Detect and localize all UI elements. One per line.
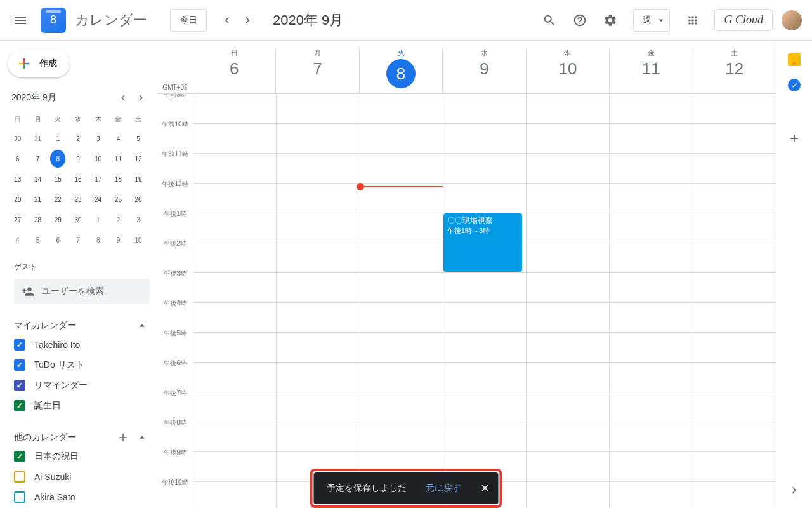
mini-day-cell[interactable]: 25 xyxy=(110,190,126,208)
keep-icon[interactable] xyxy=(788,53,801,66)
mini-day-cell[interactable]: 30 xyxy=(70,211,86,229)
mini-day-cell[interactable]: 29 xyxy=(50,211,65,229)
my-calendars-section: マイカレンダー Takehiro ItoToDo リストリマインダー誕生日 xyxy=(5,317,157,416)
time-label: 午後10時 xyxy=(157,478,193,508)
day-header[interactable]: 木10 xyxy=(526,48,609,93)
mini-day-cell[interactable]: 10 xyxy=(131,231,146,249)
mini-day-cell[interactable]: 24 xyxy=(91,190,106,208)
mini-day-cell[interactable]: 1 xyxy=(91,211,106,229)
other-calendars-toggle[interactable]: 他のカレンダー xyxy=(14,429,148,446)
calendar-checkbox[interactable] xyxy=(14,471,25,483)
calendar-item[interactable]: ToDo リスト xyxy=(14,355,148,375)
menu-icon[interactable] xyxy=(5,5,36,36)
day-column[interactable] xyxy=(276,94,359,508)
mini-day-cell[interactable]: 4 xyxy=(110,130,126,147)
toast-close-button[interactable]: ✕ xyxy=(480,481,490,495)
help-icon[interactable] xyxy=(567,8,593,33)
calendar-item[interactable]: Akira Sato xyxy=(14,487,148,507)
mini-day-cell[interactable]: 10 xyxy=(91,150,106,168)
mini-day-cell[interactable]: 9 xyxy=(110,231,126,249)
day-header[interactable]: 金11 xyxy=(609,48,692,93)
my-calendars-toggle[interactable]: マイカレンダー xyxy=(14,317,148,335)
mini-day-cell[interactable]: 6 xyxy=(50,231,65,249)
day-column[interactable] xyxy=(193,94,276,508)
mini-day-cell[interactable]: 31 xyxy=(30,130,46,147)
settings-icon[interactable] xyxy=(598,8,623,33)
app-logo: 8 xyxy=(41,8,66,33)
mini-day-cell[interactable]: 4 xyxy=(10,231,25,249)
mini-day-cell[interactable]: 22 xyxy=(50,190,65,208)
calendar-checkbox[interactable] xyxy=(14,359,25,371)
day-header[interactable]: 日6 xyxy=(193,48,275,93)
mini-day-cell[interactable]: 5 xyxy=(131,130,146,147)
mini-prev-button[interactable] xyxy=(115,90,131,105)
prev-week-button[interactable] xyxy=(217,10,237,30)
day-column[interactable] xyxy=(360,94,443,508)
mini-day-cell[interactable]: 8 xyxy=(91,231,106,249)
mini-day-cell[interactable]: 12 xyxy=(131,150,146,168)
day-header[interactable]: 水9 xyxy=(442,48,525,93)
calendar-checkbox[interactable] xyxy=(14,380,25,391)
mini-day-cell[interactable]: 18 xyxy=(110,170,126,188)
mini-day-cell[interactable]: 27 xyxy=(10,211,25,229)
calendar-checkbox[interactable] xyxy=(14,339,25,351)
guest-search-input[interactable]: ユーザーを検索 xyxy=(14,279,150,304)
mini-day-cell[interactable]: 20 xyxy=(10,190,25,208)
mini-day-cell[interactable]: 6 xyxy=(10,150,25,168)
mini-day-cell[interactable]: 1 xyxy=(50,130,65,147)
toast-undo-button[interactable]: 元に戻す xyxy=(426,483,461,494)
day-column[interactable]: 〇〇現場視察午後1時～3時 xyxy=(443,94,526,508)
apps-icon[interactable] xyxy=(680,8,705,33)
day-header[interactable]: 土12 xyxy=(693,48,776,93)
mini-day-cell[interactable]: 30 xyxy=(10,130,25,147)
mini-day-cell[interactable]: 7 xyxy=(70,231,86,249)
tasks-icon[interactable] xyxy=(788,79,801,91)
hide-panel-button[interactable] xyxy=(788,484,801,497)
mini-day-cell[interactable]: 2 xyxy=(110,211,126,229)
mini-day-cell[interactable]: 21 xyxy=(30,190,46,208)
create-button[interactable]: 作成 xyxy=(8,50,70,77)
day-header[interactable]: 火8 xyxy=(359,48,442,93)
mini-day-cell[interactable]: 5 xyxy=(30,231,46,249)
mini-day-cell[interactable]: 16 xyxy=(70,170,86,188)
mini-day-cell[interactable]: 3 xyxy=(91,130,106,147)
mini-day-cell[interactable]: 3 xyxy=(131,211,146,229)
mini-day-cell[interactable]: 14 xyxy=(30,170,46,188)
gcloud-button[interactable]: G Cloud xyxy=(714,9,773,31)
calendar-item[interactable]: 日本の祝日 xyxy=(14,446,148,467)
calendar-event[interactable]: 〇〇現場視察午後1時～3時 xyxy=(443,213,522,272)
calendar-item[interactable]: Takehiro Ito xyxy=(14,335,148,355)
other-calendars-title: 他のカレンダー xyxy=(14,432,76,443)
mini-day-cell[interactable]: 13 xyxy=(10,170,25,188)
mini-next-button[interactable] xyxy=(133,90,148,105)
mini-day-cell[interactable]: 9 xyxy=(70,150,86,168)
day-header[interactable]: 月7 xyxy=(275,48,358,93)
calendar-item[interactable]: リマインダー xyxy=(14,375,148,396)
day-column[interactable] xyxy=(609,94,692,508)
mini-day-cell[interactable]: 2 xyxy=(70,130,86,147)
now-indicator xyxy=(360,186,443,187)
mini-day-cell[interactable]: 8 xyxy=(50,150,65,168)
today-button[interactable]: 今日 xyxy=(170,9,207,32)
day-column[interactable] xyxy=(526,94,609,508)
mini-day-cell[interactable]: 15 xyxy=(50,170,65,188)
mini-day-cell[interactable]: 19 xyxy=(131,170,146,188)
next-week-button[interactable] xyxy=(237,10,258,30)
search-icon[interactable] xyxy=(537,8,562,33)
user-avatar[interactable] xyxy=(782,10,802,30)
calendar-checkbox[interactable] xyxy=(14,400,25,411)
mini-day-cell[interactable]: 26 xyxy=(131,190,146,208)
day-column[interactable] xyxy=(693,94,776,508)
add-calendar-icon[interactable] xyxy=(117,431,129,444)
mini-day-cell[interactable]: 28 xyxy=(30,211,46,229)
addons-button[interactable]: + xyxy=(790,130,799,147)
calendar-item[interactable]: Ai Suzuki xyxy=(14,467,148,487)
calendar-checkbox[interactable] xyxy=(14,491,25,503)
mini-day-cell[interactable]: 23 xyxy=(70,190,86,208)
mini-day-cell[interactable]: 11 xyxy=(110,150,126,168)
calendar-checkbox[interactable] xyxy=(14,451,25,462)
view-select[interactable]: 週 xyxy=(633,9,670,32)
mini-day-cell[interactable]: 17 xyxy=(91,170,106,188)
mini-day-cell[interactable]: 7 xyxy=(30,150,46,168)
calendar-item[interactable]: 誕生日 xyxy=(14,396,148,416)
